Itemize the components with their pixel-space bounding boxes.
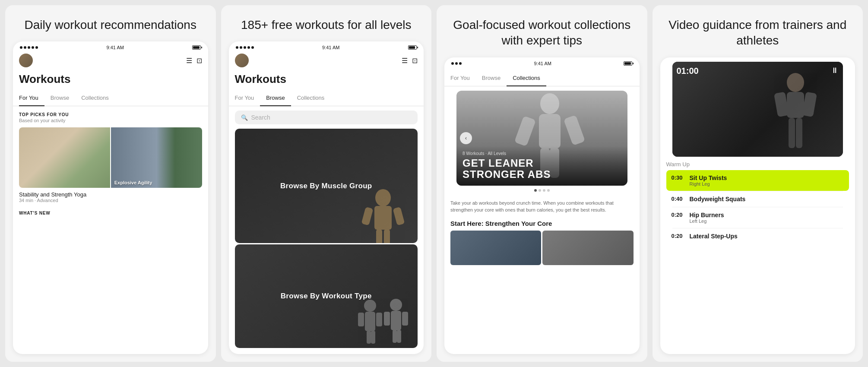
tab-collections-3[interactable]: Collections [507,71,546,86]
svg-rect-15 [402,312,408,326]
exercise-item-4[interactable]: 0:20 Lateral Step-Ups [666,228,849,244]
svg-point-0 [375,189,391,206]
avatar-2 [235,54,249,67]
tab-for-you-2[interactable]: For You [235,91,260,106]
collection-subtitle: Start Here: Strengthen Your Core [444,218,640,231]
browse-workout-tile[interactable]: Browse By Workout Type [235,244,418,348]
thumb-yoga [19,127,110,188]
thumb-label-running: Explosive Agility [114,180,152,185]
dot-4 [547,189,550,192]
card-video-guidance: Video guidance from trainers and athlete… [653,5,863,362]
signal-dots-3 [451,62,462,65]
bag-icon-2[interactable]: ⊡ [412,57,418,65]
search-icon: 🔍 [241,114,248,121]
svg-rect-21 [564,115,585,146]
status-bar-3: 9:41 AM [444,57,640,68]
hero-nav-btn[interactable]: ‹ [460,132,472,144]
video-athlete-svg [765,70,826,157]
exercise-time-4: 0:20 [672,233,684,239]
tab-for-you-3[interactable]: For You [450,71,476,86]
workouts-title-1: Workouts [13,71,208,91]
phone-icons-1: ☰ ⊡ [186,57,202,65]
card-free-workouts: 185+ free workouts for all levels 9:41 A… [221,5,432,362]
video-pause-icon[interactable]: ⏸ [831,66,839,75]
exercise-details-1: Sit Up Twists Right Leg [690,174,727,187]
search-bar[interactable]: 🔍 Search [235,111,418,124]
col-thumb-2 [542,231,633,265]
list-icon-2[interactable]: ☰ [402,57,408,65]
exercise-item-3[interactable]: 0:20 Hip Burners Left Leg [666,207,849,228]
svg-point-12 [390,299,402,311]
hero-badge: 8 Workouts · All Levels [463,151,621,156]
exercise-sub-1: Right Leg [690,181,727,187]
exercise-list: 0:30 Sit Up Twists Right Leg 0:40 Bodywe… [660,170,855,354]
phone-header-2: ☰ ⊡ [229,52,424,71]
phone-mockup-3: 9:41 AM For You Browse Collections [444,57,640,354]
tab-collections-1[interactable]: Collections [75,91,115,106]
svg-rect-29 [796,118,802,148]
battery-icon-1 [192,45,201,50]
battery-fill-1 [193,46,199,49]
exercise-time-2: 0:40 [672,196,684,202]
muscle-figure-svg [361,187,405,243]
battery-3 [624,61,632,66]
browse-muscle-label: Browse By Muscle Group [280,182,372,190]
svg-rect-25 [787,92,804,118]
svg-rect-9 [376,313,382,326]
video-timer: 01:00 [677,66,699,76]
svg-rect-2 [361,207,373,225]
tab-browse-3[interactable]: Browse [476,71,507,86]
card3-header: Goal-focused workout collections with ex… [437,5,647,57]
collection-hero: ‹ 8 Workouts · All Levels GET LEANERSTRO… [456,91,627,186]
video-container: 01:00 ⏸ [660,57,855,157]
exercise-item-1[interactable]: 0:30 Sit Up Twists Right Leg [666,170,849,191]
exercise-name-1: Sit Up Twists [690,174,727,181]
exercise-details-4: Lateral Step-Ups [690,233,738,240]
hero-overlay: 8 Workouts · All Levels GET LEANERSTRONG… [456,146,627,186]
battery-2 [408,45,417,50]
exercise-details-2: Bodyweight Squats [690,196,746,202]
svg-rect-20 [514,116,536,146]
svg-rect-13 [391,311,401,330]
phone-mockup-2: 9:41 AM ☰ ⊡ Workouts For You Browse Coll… [229,41,424,354]
dot-1 [534,189,537,192]
running-bg [111,127,202,188]
svg-rect-26 [774,92,789,117]
status-time-2: 9:41 AM [322,45,339,50]
card1-header: Daily workout recommendations [5,5,216,41]
col-thumb-1 [450,231,541,265]
collection-images [450,231,634,265]
status-bar-1: 9:41 AM [13,41,208,52]
dot2 [24,46,26,49]
hero-dots [450,186,634,195]
svg-rect-27 [802,92,817,117]
workouts-title-2: Workouts [229,71,424,91]
search-placeholder: Search [251,114,270,121]
list-icon[interactable]: ☰ [186,57,192,65]
warm-up-label: Warm Up [660,157,855,170]
svg-rect-28 [789,118,795,148]
battery-1 [192,45,201,50]
exercise-item-2[interactable]: 0:40 Bodyweight Squats [666,191,849,207]
svg-rect-19 [539,114,561,149]
svg-rect-3 [393,207,405,225]
phone-mockup-4: 01:00 ⏸ Warm Up 0:30 Sit Up Twists Right… [660,57,855,354]
what-new-label: WHAT'S NEW [13,206,208,217]
svg-rect-8 [358,313,364,326]
bag-icon[interactable]: ⊡ [196,57,202,65]
collection-desc: Take your ab workouts beyond crunch time… [444,195,640,218]
workout-name: Stability and Strength Yoga [19,191,202,198]
tab-browse-2[interactable]: Browse [260,91,291,106]
section-label-1: TOP PICKS FOR YOU [13,106,208,118]
workout-figures-svg [353,296,413,348]
svg-point-6 [364,300,376,312]
dot5 [35,46,38,49]
tab-for-you-1[interactable]: For You [19,91,44,106]
tab-collections-2[interactable]: Collections [291,91,331,106]
browse-muscle-tile[interactable]: Browse By Muscle Group [235,129,418,243]
tab-browse-1[interactable]: Browse [44,91,75,106]
tabs-3: For You Browse Collections [444,71,640,86]
exercise-details-3: Hip Burners Left Leg [690,212,724,224]
phone-mockup-1: 9:41 AM ☰ ⊡ Workouts For You Browse Coll… [13,41,208,354]
browse-workout-label: Browse By Workout Type [281,292,372,301]
